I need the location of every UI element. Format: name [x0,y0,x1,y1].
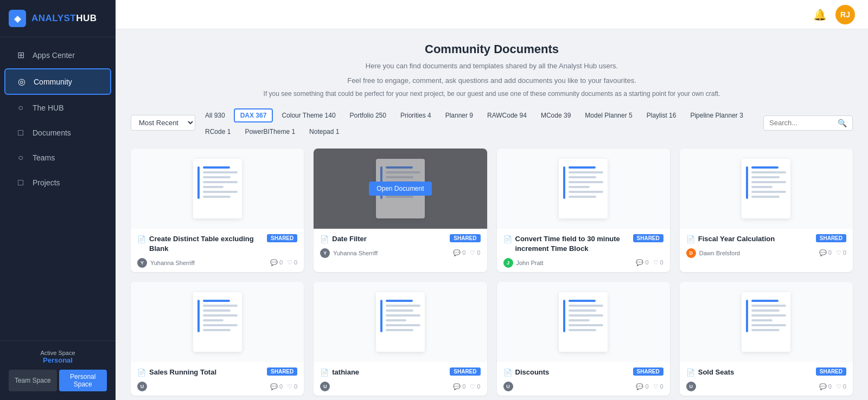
filter-tag-rawcode[interactable]: RAWCode 94 [482,109,532,121]
doc-card-3[interactable]: 📄 Convert Time field to 30 minute increm… [497,149,670,272]
shared-badge-1: SHARED [267,234,297,242]
doc-author-5: U [137,382,150,391]
doc-stats-6: 💬 0 ♡ 0 [453,383,480,390]
sidebar-item-documents[interactable]: □ Documents [4,121,111,145]
filter-tag-all[interactable]: All 930 [200,109,231,121]
filter-tag-notepad[interactable]: Notepad 1 [304,126,344,138]
sidebar-label-community: Community [34,78,72,86]
doc-info-5: 📄 Sales Running Total SHARED U 💬 0 ♡ 0 [131,362,304,396]
author-avatar-3: J [503,258,513,268]
doc-page-7 [559,292,608,352]
author-avatar-1: Y [137,258,147,268]
page-subtitle-2: Feel free to engage, comment, ask questi… [131,75,853,87]
user-avatar[interactable]: RJ [835,5,855,24]
filter-tag-portfolio[interactable]: Portfolio 250 [344,109,392,121]
filter-tag-mcode[interactable]: MCode 39 [535,109,576,121]
search-icon[interactable]: 🔍 [838,119,847,127]
filter-tag-playlist[interactable]: Playlist 16 [641,109,682,121]
filter-tag-pbitheme[interactable]: PowerBITheme 1 [239,126,301,138]
doc-stats-7: 💬 0 ♡ 0 [636,383,663,390]
doc-title-1: Create Distinct Table excluding Blank [149,234,264,254]
sidebar-label-apps-center: Apps Center [33,51,75,60]
likes-stat-6: ♡ 0 [470,383,480,390]
shared-badge-8: SHARED [816,367,846,376]
doc-thumbnail-2: Open Document [314,149,487,229]
filter-tag-model[interactable]: Model Planner 5 [579,109,637,121]
doc-title-2: Date Filter [332,234,446,244]
sidebar-item-the-hub[interactable]: ○ The HUB [4,96,111,120]
community-icon: ◎ [16,76,27,87]
filter-tag-pipeline[interactable]: Pipeline Planner 3 [685,109,748,121]
doc-info-1: 📄 Create Distinct Table excluding Blank … [131,229,304,272]
shared-badge-4: SHARED [816,234,846,242]
doc-page-1 [193,159,242,218]
doc-thumbnail-6 [314,282,487,362]
doc-stats-8: 💬 0 ♡ 0 [819,383,846,390]
shared-badge-7: SHARED [633,367,663,376]
author-name-4: Dawn Brelsford [699,250,740,256]
likes-stat-7: ♡ 0 [653,383,663,390]
filter-tag-dax[interactable]: DAX 367 [234,108,273,122]
doc-title-4: Fiscal Year Calculation [698,234,813,244]
author-avatar-4: D [686,248,696,258]
open-document-button[interactable]: Open Document [369,182,431,196]
doc-info-2: 📄 Date Filter SHARED Y Yuhanna Sherriff … [314,229,487,262]
sidebar: ◈ ANALYSTHUB ⊞ Apps Center ◎ Community ○… [0,0,116,400]
doc-meta-8: U 💬 0 ♡ 0 [686,382,846,391]
author-avatar-7: U [503,382,513,391]
filter-tag-rcode[interactable]: RCode 1 [200,126,236,138]
comments-stat-6: 💬 0 [453,383,465,390]
doc-thumbnail-4 [680,149,853,229]
shared-badge-5: SHARED [267,367,297,376]
notifications-bell[interactable]: 🔔 [813,8,827,21]
sidebar-item-community[interactable]: ◎ Community [4,68,111,95]
filter-tag-priorities[interactable]: Priorities 4 [395,109,437,121]
comments-stat-4: 💬 0 [819,249,832,256]
main-area: 🔔 RJ Community Documents Here you can fi… [116,0,868,400]
comments-stat-1: 💬 0 [270,259,283,266]
team-space-button[interactable]: Team Space [9,370,57,391]
logo[interactable]: ◈ ANALYSTHUB [0,0,116,37]
comments-stat-5: 💬 0 [270,383,283,390]
sidebar-item-teams[interactable]: ○ Teams [4,146,111,170]
search-box: 🔍 [763,115,853,131]
doc-meta-6: U 💬 0 ♡ 0 [320,382,480,391]
doc-stats-4: 💬 0 ♡ 0 [819,249,846,256]
sidebar-label-projects: Projects [33,178,60,187]
doc-card-7[interactable]: 📄 Discounts SHARED U 💬 0 ♡ 0 [497,282,670,396]
search-input[interactable] [769,119,834,127]
doc-file-icon-7: 📄 [503,369,512,377]
projects-icon: □ [15,178,26,188]
doc-author-6: U [320,382,330,391]
doc-card-6[interactable]: 📄 tathiane SHARED U 💬 0 ♡ 0 [314,282,487,396]
author-name-1: Yuhanna Sherriff [150,260,195,266]
likes-stat-1: ♡ 0 [287,259,297,266]
sidebar-item-projects[interactable]: □ Projects [4,171,111,195]
doc-card-2[interactable]: Open Document 📄 Date Filter SHARED Y Yuh… [314,149,487,272]
doc-stats-1: 💬 0 ♡ 0 [270,259,297,266]
likes-stat-4: ♡ 0 [836,249,846,256]
filter-tag-planner[interactable]: Planner 9 [440,109,478,121]
doc-title-8: Sold Seats [698,367,813,377]
personal-space-button[interactable]: Personal Space [59,370,107,391]
doc-title-6: tathiane [332,367,446,377]
author-avatar-2: Y [320,248,330,258]
doc-card-8[interactable]: 📄 Sold Seats SHARED U 💬 0 ♡ 0 [680,282,853,396]
doc-stats-2: 💬 0 ♡ 0 [453,249,480,256]
filter-bar: Most Recent Most Popular Most Liked All … [131,108,853,138]
doc-meta-1: Y Yuhanna Sherriff 💬 0 ♡ 0 [137,258,297,268]
doc-card-5[interactable]: 📄 Sales Running Total SHARED U 💬 0 ♡ 0 [131,282,304,396]
shared-badge-2: SHARED [450,234,480,242]
doc-page-4 [742,159,790,218]
content-area: Community Documents Here you can find do… [116,29,868,400]
topbar: 🔔 RJ [116,0,868,29]
author-avatar-5: U [137,382,147,391]
filter-tag-colour[interactable]: Colour Theme 140 [276,109,341,121]
active-space-name: Personal [9,356,107,364]
sort-select[interactable]: Most Recent Most Popular Most Liked [131,115,195,131]
comments-stat-3: 💬 0 [636,259,648,266]
shared-badge-6: SHARED [450,367,480,376]
doc-card-1[interactable]: 📄 Create Distinct Table excluding Blank … [131,149,304,272]
doc-card-4[interactable]: 📄 Fiscal Year Calculation SHARED D Dawn … [680,149,853,272]
sidebar-item-apps-center[interactable]: ⊞ Apps Center [4,43,111,67]
